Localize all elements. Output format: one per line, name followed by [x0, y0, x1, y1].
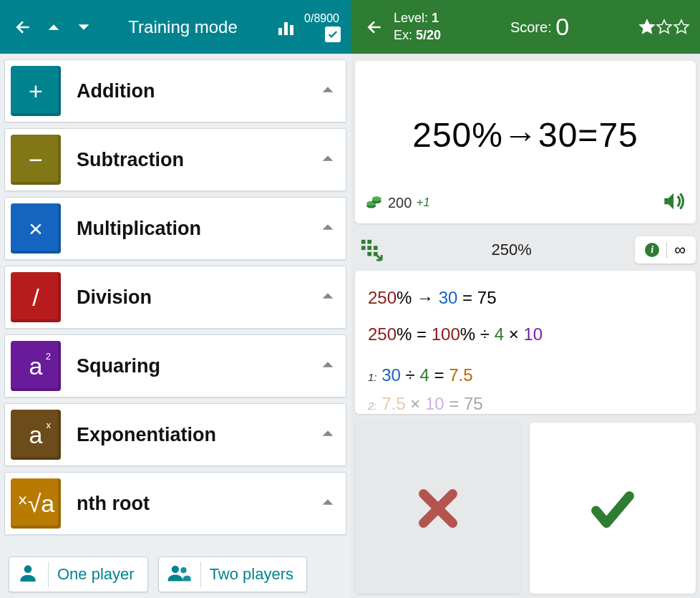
person-icon [16, 561, 39, 587]
svg-point-0 [24, 565, 32, 573]
operation-label: Addition [61, 80, 320, 102]
coins-display: 200 +1 [365, 193, 430, 212]
svg-point-2 [180, 567, 186, 573]
operation-label: Squaring [61, 355, 320, 377]
x-icon [413, 483, 463, 534]
operation-symbol: + [29, 77, 43, 105]
scroll-up-button[interactable] [39, 12, 69, 42]
chevron-up-icon [46, 19, 62, 35]
coins-icon [365, 193, 384, 212]
operation-tile: + [11, 66, 61, 116]
operation-label: Division [61, 286, 320, 309]
arrow-left-icon [14, 18, 33, 37]
ex-label: Ex: [394, 28, 412, 42]
score-value: 0 [555, 13, 569, 40]
star-rating [638, 19, 690, 36]
svg-rect-12 [367, 252, 371, 256]
operation-tile: ax [11, 410, 61, 460]
one-player-label: One player [57, 565, 135, 584]
operation-symbol: ˣ√a [17, 489, 55, 518]
operation-tile: a2 [11, 341, 61, 391]
divider [666, 242, 667, 258]
operation-tile: ˣ√a [11, 478, 61, 529]
coins-value: 200 [388, 195, 412, 211]
operation-list: + Addition − Subtraction × Multiplicatio… [0, 54, 351, 551]
operation-row[interactable]: ax Exponentiation [4, 403, 346, 466]
grid-arrow-icon [359, 238, 384, 262]
operation-tile: − [11, 135, 61, 185]
one-player-button[interactable]: One player [9, 556, 148, 592]
chevron-down-icon [76, 19, 92, 35]
chevron-up-icon [320, 219, 336, 235]
svg-rect-11 [374, 246, 378, 250]
divider [200, 561, 201, 587]
strategy-button[interactable] [355, 238, 388, 262]
expand-button[interactable] [320, 82, 336, 100]
coins-delta: +1 [416, 196, 429, 210]
svg-rect-9 [361, 246, 366, 250]
select-all-checkbox[interactable] [325, 26, 341, 42]
check-icon [327, 29, 339, 40]
speaker-icon [661, 189, 686, 213]
exercise-screen: Level: 1 Ex: 5/20 Score: 0 250%→30=75 20… [351, 0, 700, 598]
check-icon [588, 483, 638, 534]
solution-line-2: 250% = 100% ÷ 4 × 10 [368, 320, 683, 349]
chevron-up-icon [320, 150, 336, 166]
solution-step-2: 2: 7.5 × 10 = 75 [368, 390, 683, 414]
ex-value: 5/20 [416, 28, 441, 42]
operation-symbol: − [29, 146, 43, 174]
infinity-label: ∞ [674, 241, 686, 259]
svg-rect-10 [367, 246, 371, 250]
operation-row[interactable]: a2 Squaring [4, 334, 346, 397]
operation-row[interactable]: ˣ√a nth root [4, 472, 346, 535]
operation-row[interactable]: / Division [4, 266, 346, 329]
back-button[interactable] [361, 18, 389, 37]
expand-button[interactable] [320, 219, 336, 238]
arrow-left-icon [366, 18, 384, 37]
expand-button[interactable] [320, 357, 336, 375]
solution-step-1: 1: 30 ÷ 4 = 7.5 [368, 361, 683, 390]
svg-rect-8 [367, 240, 371, 244]
level-info: Level: 1 Ex: 5/20 [394, 10, 441, 44]
expand-button[interactable] [320, 494, 336, 513]
expand-button[interactable] [320, 288, 336, 307]
score-display: Score: 0 [441, 13, 638, 41]
equation-text: 250%→30=75 [365, 74, 686, 189]
solution-steps-card: 250% → 30 = 75 250% = 100% ÷ 4 × 10 1: 3… [355, 271, 696, 414]
chevron-up-icon [320, 425, 336, 441]
star-filled-icon [638, 19, 656, 36]
divider [48, 561, 49, 587]
training-mode-screen: Training mode 0/8900 + Addition − Subtra… [0, 0, 351, 598]
operation-label: Subtraction [61, 149, 320, 171]
speaker-button[interactable] [661, 189, 686, 216]
wrong-button[interactable] [355, 423, 521, 594]
hint-text: 250% [388, 241, 635, 259]
expand-button[interactable] [320, 150, 336, 169]
header-title: Training mode [92, 17, 274, 37]
operation-symbol: / [32, 284, 39, 312]
level-label: Level: [394, 11, 428, 25]
svg-rect-7 [361, 240, 366, 244]
operation-label: nth root [61, 493, 320, 515]
solution-line-1: 250% → 30 = 75 [368, 284, 683, 313]
expand-button[interactable] [320, 425, 336, 444]
chevron-up-icon [320, 494, 336, 510]
stats-button[interactable] [274, 12, 304, 42]
operation-row[interactable]: + Addition [4, 59, 346, 122]
back-button[interactable] [9, 12, 39, 42]
info-icon: i [645, 243, 659, 257]
progress-counter: 0/8900 [304, 12, 342, 25]
hint-info-pill[interactable]: i ∞ [635, 236, 696, 264]
star-outline-icon [673, 19, 690, 36]
people-icon [166, 561, 192, 587]
correct-button[interactable] [530, 423, 696, 594]
two-players-button[interactable]: Two players [158, 556, 307, 592]
operation-label: Multiplication [61, 218, 320, 240]
bar-chart-icon [278, 19, 293, 35]
operation-row[interactable]: × Multiplication [4, 197, 346, 260]
svg-point-1 [171, 566, 178, 573]
svg-point-6 [372, 196, 381, 201]
operation-row[interactable]: − Subtraction [4, 128, 346, 191]
score-label: Score: [510, 19, 552, 35]
exercise-header: Level: 1 Ex: 5/20 Score: 0 [351, 0, 700, 54]
